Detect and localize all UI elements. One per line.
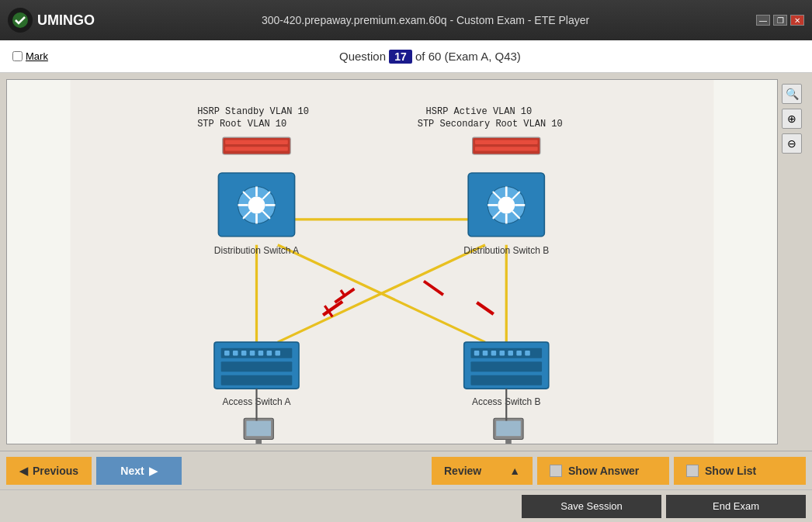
svg-rect-60 (474, 351, 480, 356)
svg-rect-50 (241, 351, 247, 356)
svg-rect-62 (491, 351, 497, 356)
svg-rect-16 (225, 147, 288, 150)
next-button[interactable]: Next ▶ (96, 457, 182, 485)
show-answer-label: Show Answer (568, 465, 639, 477)
svg-rect-66 (525, 351, 530, 356)
next-label: Next (120, 465, 144, 477)
svg-rect-52 (259, 351, 264, 356)
svg-rect-77 (496, 421, 521, 437)
question-total: of 60 (Exam A, Q43) (415, 50, 521, 63)
svg-text:Distribution Switch A: Distribution Switch A (214, 245, 299, 256)
search-button[interactable]: 🔍 (782, 84, 802, 104)
question-label: Question (339, 50, 386, 63)
close-button[interactable]: ✕ (790, 15, 804, 26)
svg-text:Distribution Switch B: Distribution Switch B (463, 245, 549, 256)
previous-arrow-icon: ◀ (19, 465, 28, 477)
svg-rect-1 (71, 80, 714, 444)
svg-rect-48 (224, 351, 230, 356)
svg-rect-47 (221, 375, 293, 385)
end-exam-button[interactable]: End Exam (666, 495, 806, 518)
question-number: 17 (389, 50, 412, 64)
svg-rect-63 (500, 351, 505, 356)
svg-rect-72 (246, 421, 271, 437)
svg-rect-78 (505, 440, 512, 444)
bottom-bar2: Save Session End Exam (0, 489, 812, 522)
titlebar: UMINGO 300-420.prepaway.premium.exam.60q… (0, 0, 812, 40)
mark-area[interactable]: Mark (12, 50, 48, 62)
show-list-square-icon (686, 465, 699, 477)
minimize-button[interactable]: — (756, 15, 770, 26)
titlebar-title: 300-420.prepaway.premium.exam.60q - Cust… (95, 14, 756, 26)
titlebar-controls[interactable]: — ❐ ✕ (756, 15, 804, 26)
show-answer-button[interactable]: Show Answer (537, 457, 669, 485)
svg-rect-30 (475, 140, 538, 143)
logo-text: UMINGO (37, 12, 95, 29)
svg-rect-65 (516, 351, 522, 356)
svg-text:STP Secondary Root VLAN 10: STP Secondary Root VLAN 10 (418, 119, 563, 130)
svg-rect-54 (275, 351, 280, 356)
svg-rect-59 (470, 375, 542, 385)
svg-rect-73 (255, 440, 262, 444)
svg-rect-49 (233, 351, 238, 356)
logo-area: UMINGO (8, 8, 95, 33)
svg-rect-64 (508, 351, 513, 356)
svg-rect-61 (483, 351, 488, 356)
sidebar-tools: 🔍 ⊕ ⊖ (778, 79, 806, 444)
previous-label: Previous (33, 465, 78, 477)
next-arrow-icon: ▶ (149, 465, 158, 477)
svg-rect-57 (470, 348, 542, 358)
svg-point-0 (12, 12, 28, 28)
svg-text:HSRP Active VLAN 10: HSRP Active VLAN 10 (426, 106, 533, 117)
svg-rect-46 (221, 361, 293, 372)
svg-rect-51 (250, 351, 255, 356)
diagram-area: HSRP Standby VLAN 10 STP Root VLAN 10 HS… (6, 79, 778, 444)
logo-icon (8, 8, 33, 33)
svg-rect-45 (221, 348, 293, 358)
svg-text:STP Root VLAN 10: STP Root VLAN 10 (197, 119, 286, 130)
svg-rect-58 (470, 361, 542, 372)
previous-button[interactable]: ◀ Previous (6, 457, 92, 485)
mark-checkbox[interactable] (12, 51, 23, 61)
svg-text:HSRP Standby VLAN 10: HSRP Standby VLAN 10 (197, 106, 309, 117)
mark-label: Mark (26, 50, 48, 62)
show-list-button[interactable]: Show List (674, 457, 806, 485)
main-content: HSRP Standby VLAN 10 STP Root VLAN 10 HS… (0, 73, 812, 451)
review-label: Review (444, 465, 481, 477)
bottom-bar1: ◀ Previous Next ▶ Review ▲ Show Answer S… (0, 451, 812, 489)
review-arrow-icon: ▲ (509, 465, 520, 477)
svg-rect-53 (267, 351, 272, 356)
restore-button[interactable]: ❐ (773, 15, 787, 26)
svg-rect-31 (475, 147, 538, 150)
show-list-label: Show List (705, 465, 756, 477)
save-session-button[interactable]: Save Session (522, 495, 661, 518)
svg-rect-15 (225, 140, 288, 143)
zoom-out-button[interactable]: ⊖ (782, 133, 802, 154)
zoom-in-button[interactable]: ⊕ (782, 109, 802, 129)
question-info: Question 17 of 60 (Exam A, Q43) (61, 50, 800, 64)
review-button[interactable]: Review ▲ (432, 457, 533, 485)
topbar: Mark Question 17 of 60 (Exam A, Q43) (0, 40, 812, 73)
show-answer-square-icon (550, 465, 562, 477)
